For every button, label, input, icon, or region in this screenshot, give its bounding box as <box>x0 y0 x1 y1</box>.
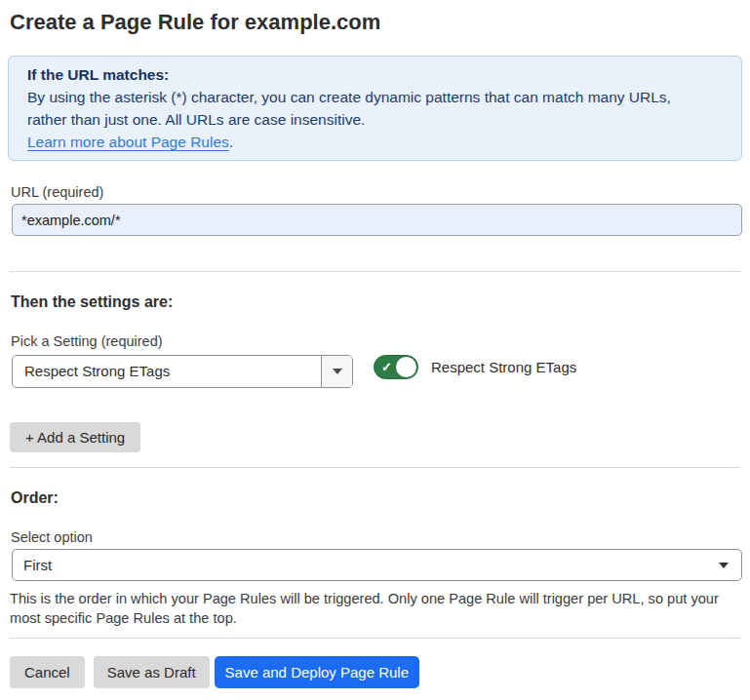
order-select-label: Select option <box>11 528 750 546</box>
action-buttons: Cancel Save as Draft Save and Deploy Pag… <box>10 656 750 688</box>
learn-more-link[interactable]: Learn more about Page Rules <box>27 134 229 150</box>
divider <box>10 271 740 272</box>
cancel-button[interactable]: Cancel <box>10 656 85 688</box>
pick-setting-label: Pick a Setting (required) <box>11 332 750 350</box>
toggle-label: Respect Strong ETags <box>431 355 576 379</box>
url-label: URL (required) <box>11 183 750 201</box>
setting-row: Respect Strong ETags ✓ Respect Strong ET… <box>12 355 750 388</box>
add-setting-button[interactable]: + Add a Setting <box>10 422 140 452</box>
link-period: . <box>229 134 233 150</box>
url-match-info-box: If the URL matches: By using the asteris… <box>8 56 742 161</box>
setting-toggle[interactable]: ✓ <box>374 355 418 379</box>
order-heading: Order: <box>11 489 750 506</box>
setting-select[interactable]: Respect Strong ETags <box>12 355 353 388</box>
settings-heading: Then the settings are: <box>11 293 750 310</box>
info-box-body: By using the asterisk (*) character, you… <box>27 86 695 131</box>
dropdown-arrow-icon <box>333 369 342 374</box>
divider <box>10 467 740 468</box>
toggle-knob <box>396 357 416 377</box>
setting-select-arrow-button[interactable] <box>321 356 352 387</box>
order-select-value: First <box>13 557 719 573</box>
save-draft-button[interactable]: Save as Draft <box>94 656 210 688</box>
chevron-down-icon <box>719 563 729 568</box>
order-select[interactable]: First <box>12 549 742 581</box>
check-icon: ✓ <box>381 360 392 374</box>
page-title: Create a Page Rule for example.com <box>10 8 750 36</box>
order-help-text: This is the order in which your Page Rul… <box>10 589 727 628</box>
url-input[interactable] <box>12 204 742 236</box>
divider <box>10 638 740 639</box>
setting-select-value: Respect Strong ETags <box>13 356 321 387</box>
info-link-line: Learn more about Page Rules. <box>27 131 723 153</box>
save-deploy-button[interactable]: Save and Deploy Page Rule <box>215 656 419 688</box>
info-box-heading: If the URL matches: <box>27 63 723 86</box>
